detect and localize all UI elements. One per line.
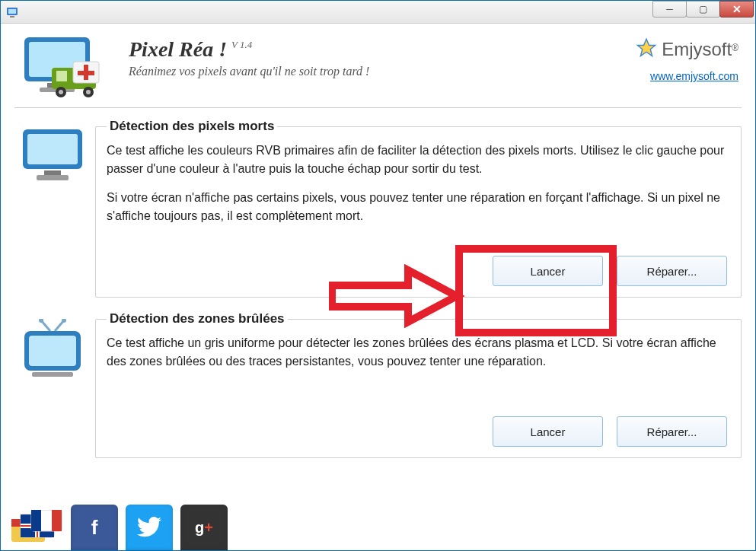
close-button[interactable]: ✕: [719, 1, 754, 18]
monitor-icon: [14, 119, 91, 187]
app-icon: [5, 5, 19, 19]
dead-pixel-repair-button[interactable]: Réparer...: [617, 256, 727, 286]
googleplus-icon[interactable]: g+: [180, 505, 228, 550]
svg-rect-26: [29, 336, 76, 366]
svg-rect-38: [52, 510, 62, 531]
svg-marker-16: [637, 39, 655, 56]
burnt-zone-group: Détection des zones brûlées Ce test affi…: [95, 311, 742, 458]
svg-rect-19: [44, 170, 61, 175]
twitter-icon[interactable]: [126, 505, 173, 550]
svg-point-11: [59, 90, 63, 94]
dead-pixel-section: Détection des pixels morts Ce test affic…: [14, 119, 742, 298]
footer-social: f g+: [10, 505, 228, 550]
svg-rect-15: [78, 71, 94, 75]
app-window: ─ ▢ ✕: [0, 0, 756, 551]
burnt-zone-desc: Ce test affiche un gris uniforme pour dé…: [107, 334, 730, 371]
star-icon: [636, 37, 657, 61]
burnt-zone-section: Détection des zones brûlées Ce test affi…: [14, 311, 742, 458]
svg-rect-18: [27, 134, 78, 164]
svg-rect-2: [10, 16, 14, 18]
brand-link[interactable]: www.emjysoft.com: [636, 70, 738, 82]
facebook-icon[interactable]: f: [71, 505, 118, 550]
burnt-zone-repair-button[interactable]: Réparer...: [617, 416, 727, 447]
flags-icon[interactable]: [10, 510, 63, 550]
brand-block: Emjysoft® www.emjysoft.com: [636, 33, 742, 82]
dead-pixel-legend: Détection des pixels morts: [107, 119, 277, 134]
app-title: Pixel Réa !: [129, 37, 227, 62]
app-header: Pixel Réa ! V 1.4 Réanimez vos pixels av…: [14, 33, 742, 106]
dead-pixel-desc-2: Si votre écran n'affiche pas certains pi…: [107, 189, 730, 225]
svg-rect-20: [37, 175, 69, 180]
svg-rect-8: [56, 71, 67, 81]
brand-name: Emjysoft: [662, 39, 732, 59]
app-version: V 1.4: [231, 39, 252, 51]
maximize-button[interactable]: ▢: [686, 1, 720, 18]
burnt-zone-launch-button[interactable]: Lancer: [493, 416, 603, 447]
header-divider: [14, 107, 742, 108]
window-controls: ─ ▢ ✕: [653, 1, 755, 23]
minimize-button[interactable]: ─: [652, 1, 687, 18]
tv-icon: [14, 311, 91, 383]
svg-rect-1: [8, 9, 16, 14]
svg-rect-37: [31, 510, 41, 531]
svg-rect-27: [32, 372, 73, 377]
burnt-zone-legend: Détection des zones brûlées: [107, 311, 288, 326]
app-logo-icon: [14, 33, 113, 101]
dead-pixel-launch-button[interactable]: Lancer: [493, 256, 603, 286]
svg-point-12: [86, 90, 91, 94]
app-tagline: Réanimez vos pixels avant qu'il ne soit …: [129, 65, 620, 78]
titlebar: ─ ▢ ✕: [1, 1, 755, 24]
dead-pixel-desc-1: Ce test affiche les couleurs RVB primair…: [107, 142, 730, 178]
brand-registered: ®: [732, 43, 738, 53]
dead-pixel-group: Détection des pixels morts Ce test affic…: [95, 119, 742, 298]
